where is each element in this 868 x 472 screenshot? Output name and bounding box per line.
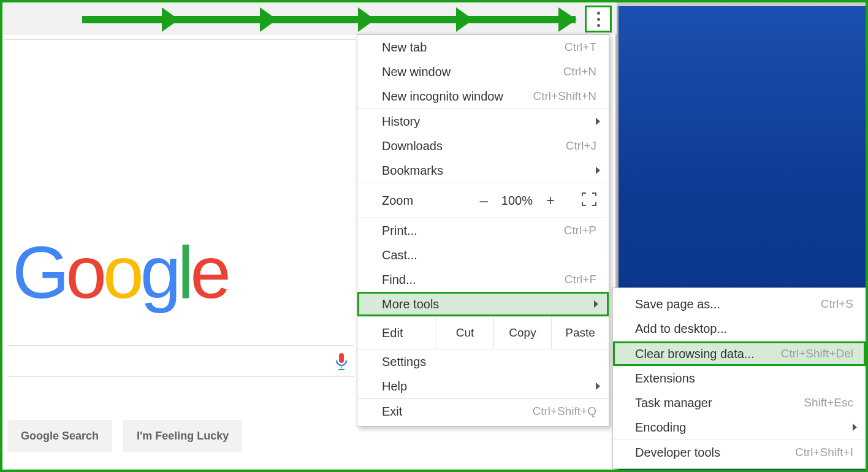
submenu-arrow-icon: [853, 424, 857, 431]
menu-shortcut: Ctrl+Shift+I: [795, 446, 853, 459]
zoom-in-button[interactable]: +: [546, 192, 555, 209]
menu-shortcut: Ctrl+J: [566, 139, 596, 153]
menu-shortcut: Ctrl+P: [564, 224, 596, 237]
menu-item-new-incognito[interactable]: New incognito window Ctrl+Shift+N: [357, 84, 609, 108]
menu-label: Save page as...: [635, 297, 809, 311]
menu-item-downloads[interactable]: Downloads Ctrl+J: [357, 134, 609, 158]
submenu-arrow-icon: [596, 118, 600, 125]
menu-item-bookmarks[interactable]: Bookmarks: [357, 158, 609, 183]
zoom-label: Zoom: [382, 194, 479, 208]
edit-copy-button[interactable]: Copy: [493, 317, 551, 349]
menu-label: Add to desktop...: [635, 322, 853, 336]
menu-label: Clear browsing data...: [635, 347, 769, 361]
menu-label: New incognito window: [382, 89, 521, 104]
svg-rect-2: [338, 369, 345, 370]
menu-label: Downloads: [382, 139, 554, 153]
menu-shortcut: Ctrl+N: [563, 65, 596, 78]
annotation-arrow: [82, 16, 576, 23]
home-buttons: Google Search I'm Feeling Lucky: [7, 420, 242, 452]
menu-item-cast[interactable]: Cast...: [357, 243, 609, 267]
svg-rect-1: [341, 365, 342, 369]
browser-content: Google Google Search I'm Feeling Lucky: [4, 39, 356, 468]
edit-cut-button[interactable]: Cut: [436, 317, 493, 349]
zoom-value: 100%: [501, 194, 533, 208]
menu-item-new-tab[interactable]: New tab Ctrl+T: [357, 35, 609, 59]
menu-shortcut: Ctrl+Shift+Del: [781, 347, 853, 360]
menu-label: Cast...: [382, 248, 596, 262]
submenu-item-task-manager[interactable]: Task manager Shift+Esc: [613, 390, 866, 415]
feeling-lucky-button[interactable]: I'm Feeling Lucky: [123, 420, 242, 452]
menu-label: Extensions: [635, 371, 853, 386]
menu-shortcut: Ctrl+Shift+N: [533, 89, 596, 103]
menu-label: Settings: [382, 355, 596, 369]
menu-label: More tools: [382, 297, 596, 311]
fullscreen-icon[interactable]: [582, 192, 596, 209]
menu-label: Developer tools: [635, 446, 783, 460]
menu-item-zoom: Zoom – 100% +: [357, 183, 609, 218]
submenu-item-add-desktop[interactable]: Add to desktop...: [613, 316, 866, 341]
chrome-menu-button[interactable]: [585, 6, 612, 32]
chrome-main-menu: New tab Ctrl+T New window Ctrl+N New inc…: [357, 34, 609, 427]
menu-label: Exit: [382, 405, 520, 419]
menu-item-find[interactable]: Find... Ctrl+F: [357, 267, 609, 292]
menu-item-help[interactable]: Help: [357, 374, 609, 398]
search-input[interactable]: [7, 345, 354, 377]
menu-item-print[interactable]: Print... Ctrl+P: [357, 218, 609, 243]
menu-label: Find...: [382, 273, 552, 287]
menu-label: Task manager: [635, 396, 791, 410]
menu-label: New window: [382, 65, 551, 79]
menu-item-settings[interactable]: Settings: [357, 349, 609, 374]
menu-shortcut: Ctrl+T: [565, 40, 596, 54]
menu-shortcut: Ctrl+F: [565, 273, 596, 286]
vertical-dots-icon: [597, 12, 600, 27]
google-search-button[interactable]: Google Search: [7, 420, 112, 452]
menu-label: Bookmarks: [382, 164, 596, 178]
submenu-item-encoding[interactable]: Encoding: [613, 415, 866, 440]
menu-item-history[interactable]: History: [357, 109, 609, 134]
menu-item-edit: Edit Cut Copy Paste: [357, 317, 609, 349]
menu-label: History: [382, 115, 596, 129]
edit-paste-button[interactable]: Paste: [551, 317, 609, 349]
menu-item-exit[interactable]: Exit Ctrl+Shift+Q: [357, 399, 609, 424]
zoom-out-button[interactable]: –: [479, 192, 487, 209]
menu-shortcut: Shift+Esc: [804, 396, 853, 409]
menu-shortcut: Ctrl+Shift+Q: [532, 405, 596, 418]
submenu-item-clear-browsing-data[interactable]: Clear browsing data... Ctrl+Shift+Del: [613, 341, 866, 366]
menu-item-new-window[interactable]: New window Ctrl+N: [357, 59, 609, 84]
menu-label: Help: [382, 379, 596, 394]
svg-rect-0: [339, 353, 344, 363]
voice-search-icon[interactable]: [334, 353, 349, 371]
edit-label: Edit: [357, 326, 436, 340]
submenu-item-developer-tools[interactable]: Developer tools Ctrl+Shift+I: [613, 440, 866, 465]
menu-label: New tab: [382, 40, 552, 55]
google-logo: Google: [12, 230, 227, 314]
menu-shortcut: Ctrl+S: [821, 297, 853, 311]
submenu-arrow-icon: [596, 383, 600, 390]
submenu-item-extensions[interactable]: Extensions: [613, 366, 866, 390]
menu-label: Encoding: [635, 421, 853, 435]
menu-item-more-tools[interactable]: More tools: [357, 292, 609, 316]
submenu-arrow-icon: [596, 167, 600, 174]
more-tools-submenu: Save page as... Ctrl+S Add to desktop...…: [612, 287, 866, 469]
submenu-arrow-icon: [594, 300, 598, 308]
menu-label: Print...: [382, 224, 552, 238]
submenu-item-save-page[interactable]: Save page as... Ctrl+S: [613, 292, 866, 316]
